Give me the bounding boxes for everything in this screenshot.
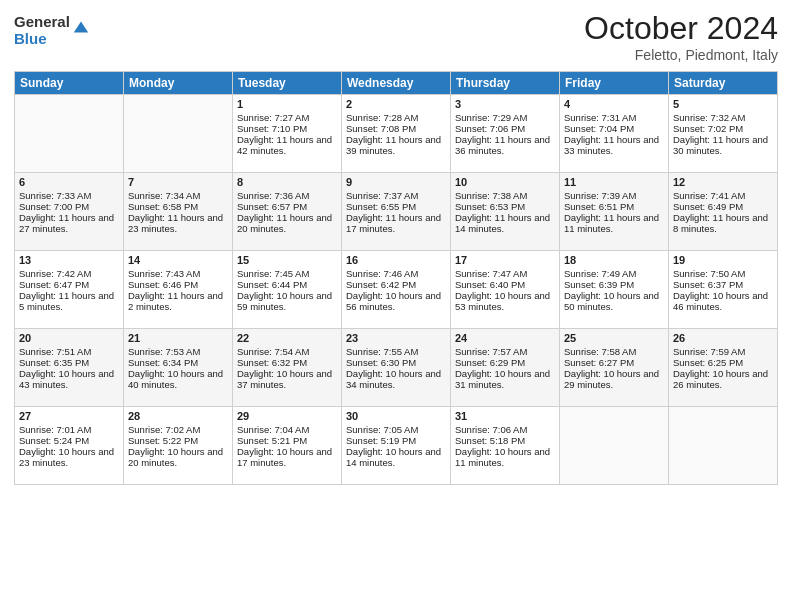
day-info: Sunset: 6:27 PM bbox=[564, 357, 664, 368]
day-info: Sunrise: 7:46 AM bbox=[346, 268, 446, 279]
day-info: Sunset: 7:04 PM bbox=[564, 123, 664, 134]
day-number: 17 bbox=[455, 254, 555, 266]
day-number: 25 bbox=[564, 332, 664, 344]
calendar-cell: 11Sunrise: 7:39 AMSunset: 6:51 PMDayligh… bbox=[560, 173, 669, 251]
day-header-friday: Friday bbox=[560, 72, 669, 95]
day-number: 10 bbox=[455, 176, 555, 188]
day-info: Sunrise: 7:02 AM bbox=[128, 424, 228, 435]
day-info: Sunrise: 7:49 AM bbox=[564, 268, 664, 279]
day-info: Daylight: 10 hours and 43 minutes. bbox=[19, 368, 119, 390]
day-number: 14 bbox=[128, 254, 228, 266]
logo: General Blue bbox=[14, 14, 90, 47]
day-header-tuesday: Tuesday bbox=[233, 72, 342, 95]
day-info: Sunset: 6:40 PM bbox=[455, 279, 555, 290]
day-info: Sunset: 6:58 PM bbox=[128, 201, 228, 212]
day-info: Sunrise: 7:58 AM bbox=[564, 346, 664, 357]
day-info: Sunrise: 7:57 AM bbox=[455, 346, 555, 357]
day-info: Daylight: 10 hours and 23 minutes. bbox=[19, 446, 119, 468]
day-info: Daylight: 11 hours and 23 minutes. bbox=[128, 212, 228, 234]
day-header-sunday: Sunday bbox=[15, 72, 124, 95]
day-number: 5 bbox=[673, 98, 773, 110]
day-info: Daylight: 11 hours and 5 minutes. bbox=[19, 290, 119, 312]
day-info: Daylight: 10 hours and 53 minutes. bbox=[455, 290, 555, 312]
day-info: Sunset: 5:18 PM bbox=[455, 435, 555, 446]
calendar-week-1: 1Sunrise: 7:27 AMSunset: 7:10 PMDaylight… bbox=[15, 95, 778, 173]
day-info: Sunset: 7:00 PM bbox=[19, 201, 119, 212]
day-info: Sunset: 6:39 PM bbox=[564, 279, 664, 290]
day-info: Sunset: 6:30 PM bbox=[346, 357, 446, 368]
calendar-page: General Blue October 2024 Feletto, Piedm… bbox=[0, 0, 792, 612]
location: Feletto, Piedmont, Italy bbox=[584, 47, 778, 63]
calendar-cell: 15Sunrise: 7:45 AMSunset: 6:44 PMDayligh… bbox=[233, 251, 342, 329]
calendar-cell: 24Sunrise: 7:57 AMSunset: 6:29 PMDayligh… bbox=[451, 329, 560, 407]
day-info: Daylight: 10 hours and 20 minutes. bbox=[128, 446, 228, 468]
day-number: 24 bbox=[455, 332, 555, 344]
day-number: 23 bbox=[346, 332, 446, 344]
day-info: Daylight: 11 hours and 14 minutes. bbox=[455, 212, 555, 234]
day-info: Daylight: 11 hours and 30 minutes. bbox=[673, 134, 773, 156]
day-number: 28 bbox=[128, 410, 228, 422]
day-info: Sunset: 6:47 PM bbox=[19, 279, 119, 290]
day-info: Sunrise: 7:51 AM bbox=[19, 346, 119, 357]
day-info: Sunrise: 7:36 AM bbox=[237, 190, 337, 201]
day-number: 3 bbox=[455, 98, 555, 110]
day-info: Daylight: 11 hours and 33 minutes. bbox=[564, 134, 664, 156]
day-number: 2 bbox=[346, 98, 446, 110]
day-info: Sunset: 5:22 PM bbox=[128, 435, 228, 446]
calendar-cell: 28Sunrise: 7:02 AMSunset: 5:22 PMDayligh… bbox=[124, 407, 233, 485]
day-number: 11 bbox=[564, 176, 664, 188]
day-number: 27 bbox=[19, 410, 119, 422]
day-header-thursday: Thursday bbox=[451, 72, 560, 95]
day-info: Sunset: 5:21 PM bbox=[237, 435, 337, 446]
day-info: Sunrise: 7:47 AM bbox=[455, 268, 555, 279]
day-info: Daylight: 11 hours and 36 minutes. bbox=[455, 134, 555, 156]
day-info: Daylight: 11 hours and 17 minutes. bbox=[346, 212, 446, 234]
day-info: Sunrise: 7:39 AM bbox=[564, 190, 664, 201]
day-info: Daylight: 10 hours and 37 minutes. bbox=[237, 368, 337, 390]
day-info: Sunset: 6:49 PM bbox=[673, 201, 773, 212]
day-info: Daylight: 10 hours and 14 minutes. bbox=[346, 446, 446, 468]
day-info: Sunrise: 7:59 AM bbox=[673, 346, 773, 357]
calendar-cell: 20Sunrise: 7:51 AMSunset: 6:35 PMDayligh… bbox=[15, 329, 124, 407]
day-info: Sunrise: 7:50 AM bbox=[673, 268, 773, 279]
day-info: Daylight: 11 hours and 39 minutes. bbox=[346, 134, 446, 156]
calendar-cell: 8Sunrise: 7:36 AMSunset: 6:57 PMDaylight… bbox=[233, 173, 342, 251]
day-info: Sunset: 5:19 PM bbox=[346, 435, 446, 446]
day-info: Sunset: 6:51 PM bbox=[564, 201, 664, 212]
day-info: Sunrise: 7:37 AM bbox=[346, 190, 446, 201]
day-info: Sunrise: 7:45 AM bbox=[237, 268, 337, 279]
calendar-cell: 2Sunrise: 7:28 AMSunset: 7:08 PMDaylight… bbox=[342, 95, 451, 173]
day-header-monday: Monday bbox=[124, 72, 233, 95]
day-number: 26 bbox=[673, 332, 773, 344]
calendar-cell: 1Sunrise: 7:27 AMSunset: 7:10 PMDaylight… bbox=[233, 95, 342, 173]
day-header-wednesday: Wednesday bbox=[342, 72, 451, 95]
day-info: Sunrise: 7:01 AM bbox=[19, 424, 119, 435]
day-info: Sunrise: 7:04 AM bbox=[237, 424, 337, 435]
day-info: Sunrise: 7:55 AM bbox=[346, 346, 446, 357]
calendar-cell: 7Sunrise: 7:34 AMSunset: 6:58 PMDaylight… bbox=[124, 173, 233, 251]
day-info: Sunrise: 7:33 AM bbox=[19, 190, 119, 201]
day-info: Sunset: 7:02 PM bbox=[673, 123, 773, 134]
calendar-cell: 17Sunrise: 7:47 AMSunset: 6:40 PMDayligh… bbox=[451, 251, 560, 329]
day-number: 21 bbox=[128, 332, 228, 344]
day-info: Sunset: 6:42 PM bbox=[346, 279, 446, 290]
day-info: Sunset: 6:32 PM bbox=[237, 357, 337, 368]
month-title: October 2024 bbox=[584, 10, 778, 47]
calendar-cell: 21Sunrise: 7:53 AMSunset: 6:34 PMDayligh… bbox=[124, 329, 233, 407]
calendar-cell: 16Sunrise: 7:46 AMSunset: 6:42 PMDayligh… bbox=[342, 251, 451, 329]
day-header-saturday: Saturday bbox=[669, 72, 778, 95]
title-section: October 2024 Feletto, Piedmont, Italy bbox=[584, 10, 778, 63]
day-info: Sunset: 6:34 PM bbox=[128, 357, 228, 368]
calendar-week-5: 27Sunrise: 7:01 AMSunset: 5:24 PMDayligh… bbox=[15, 407, 778, 485]
day-info: Sunrise: 7:43 AM bbox=[128, 268, 228, 279]
day-info: Daylight: 11 hours and 11 minutes. bbox=[564, 212, 664, 234]
day-info: Sunset: 5:24 PM bbox=[19, 435, 119, 446]
calendar-body: 1Sunrise: 7:27 AMSunset: 7:10 PMDaylight… bbox=[15, 95, 778, 485]
day-info: Sunrise: 7:34 AM bbox=[128, 190, 228, 201]
calendar-cell: 29Sunrise: 7:04 AMSunset: 5:21 PMDayligh… bbox=[233, 407, 342, 485]
day-info: Daylight: 11 hours and 42 minutes. bbox=[237, 134, 337, 156]
calendar-cell: 25Sunrise: 7:58 AMSunset: 6:27 PMDayligh… bbox=[560, 329, 669, 407]
day-number: 31 bbox=[455, 410, 555, 422]
day-info: Sunrise: 7:31 AM bbox=[564, 112, 664, 123]
header: General Blue October 2024 Feletto, Piedm… bbox=[14, 10, 778, 63]
